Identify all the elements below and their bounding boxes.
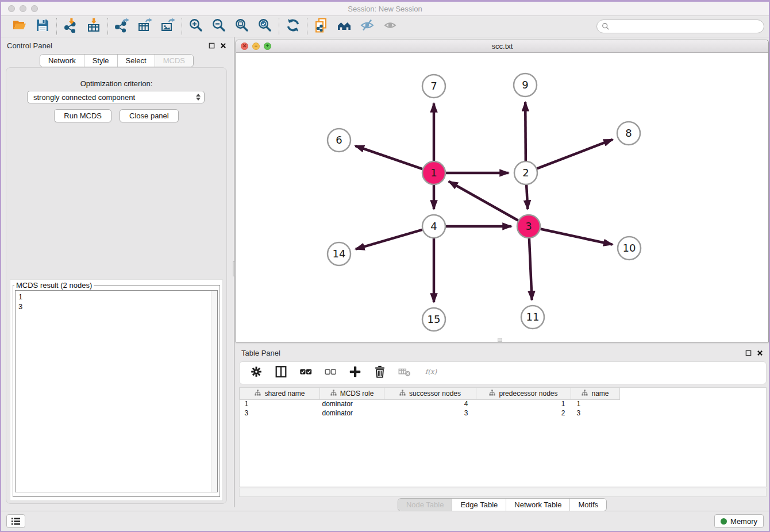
network-window-title: scc.txt bbox=[236, 42, 768, 51]
node-label-3: 3 bbox=[525, 220, 532, 232]
edge-2-9[interactable] bbox=[525, 102, 526, 161]
network-window-titlebar[interactable]: ✕ − + scc.txt bbox=[236, 40, 768, 53]
export-image-icon bbox=[160, 18, 175, 35]
tab-network[interactable]: Network bbox=[40, 55, 84, 67]
memory-label: Memory bbox=[730, 517, 757, 526]
select-all-button[interactable] bbox=[298, 365, 313, 380]
close-network-icon[interactable]: ✕ bbox=[241, 43, 248, 50]
zoom-in-icon bbox=[188, 18, 203, 35]
close-panel-button[interactable]: Close panel bbox=[120, 109, 179, 122]
close-panel-icon[interactable] bbox=[220, 43, 226, 49]
table-row[interactable]: 3dominator323 bbox=[240, 408, 620, 418]
search-input[interactable] bbox=[613, 22, 759, 31]
gear-button[interactable] bbox=[249, 365, 264, 380]
mcds-result-text[interactable]: 1 3 bbox=[15, 290, 218, 492]
splitter-grip[interactable] bbox=[233, 261, 235, 276]
tab-style[interactable]: Style bbox=[84, 55, 117, 67]
tab-edge-table[interactable]: Edge Table bbox=[452, 499, 506, 511]
vertical-splitter[interactable] bbox=[233, 37, 235, 507]
export-network-button[interactable] bbox=[113, 18, 130, 35]
network-canvas[interactable]: 7968124314101511 bbox=[236, 53, 768, 342]
edge-2-8[interactable] bbox=[537, 140, 613, 169]
first-neighbors-button[interactable] bbox=[336, 18, 353, 35]
tab-motifs[interactable]: Motifs bbox=[569, 499, 606, 511]
edge-4-14[interactable] bbox=[356, 230, 422, 249]
node-label-4: 4 bbox=[430, 220, 437, 232]
tab-mcds[interactable]: MCDS bbox=[155, 55, 193, 67]
result-scrollbar[interactable] bbox=[211, 291, 217, 492]
edge-3-10[interactable] bbox=[541, 229, 613, 244]
edge-3-1[interactable] bbox=[449, 182, 518, 221]
hide-selected-button[interactable] bbox=[359, 18, 376, 35]
refresh-button[interactable] bbox=[284, 18, 302, 35]
close-window-icon[interactable] bbox=[8, 5, 15, 12]
tab-network-table[interactable]: Network Table bbox=[506, 499, 569, 511]
table-panel-header: Table Panel bbox=[236, 345, 769, 361]
status-bar: Memory bbox=[1, 511, 769, 531]
node-label-14: 14 bbox=[333, 248, 346, 260]
column-header-MCDS-role[interactable]: MCDS role bbox=[320, 388, 384, 399]
close-table-panel-icon[interactable] bbox=[757, 350, 763, 356]
node-label-7: 7 bbox=[430, 80, 437, 92]
maximize-network-icon[interactable]: + bbox=[264, 43, 271, 50]
save-icon bbox=[35, 18, 50, 35]
memory-button[interactable]: Memory bbox=[714, 514, 764, 528]
zoom-out-button[interactable] bbox=[210, 18, 228, 35]
zoom-selected-icon bbox=[257, 18, 272, 35]
node-label-15: 15 bbox=[428, 313, 441, 325]
zoom-in-button[interactable] bbox=[187, 18, 205, 35]
save-button[interactable] bbox=[34, 18, 51, 35]
float-table-panel-icon[interactable] bbox=[745, 350, 752, 356]
column-header-successor-nodes[interactable]: successor nodes bbox=[384, 388, 476, 399]
clone-network-button[interactable] bbox=[313, 18, 330, 35]
table-hscrollbar[interactable] bbox=[239, 488, 767, 497]
node-table[interactable]: shared nameMCDS rolesuccessor nodesprede… bbox=[239, 387, 767, 487]
org-icon bbox=[399, 390, 406, 398]
node-label-8: 8 bbox=[625, 127, 632, 139]
show-all-button[interactable] bbox=[382, 18, 399, 35]
zoom-fit-icon bbox=[234, 18, 249, 35]
import-network-button[interactable] bbox=[62, 18, 79, 35]
node-label-9: 9 bbox=[522, 79, 528, 91]
select-all-icon bbox=[299, 365, 313, 381]
criterion-dropdown[interactable]: strongly connected component bbox=[27, 91, 205, 103]
main-toolbar bbox=[1, 16, 769, 37]
refresh-icon bbox=[286, 18, 301, 35]
criterion-value: strongly connected component bbox=[33, 93, 135, 102]
minimize-network-icon[interactable]: − bbox=[252, 43, 260, 50]
search-box[interactable] bbox=[596, 20, 764, 33]
column-header-name[interactable]: name bbox=[571, 388, 620, 399]
column-header-shared-name[interactable]: shared name bbox=[240, 388, 320, 399]
columns-button[interactable] bbox=[274, 365, 288, 380]
zoom-fit-button[interactable] bbox=[233, 18, 251, 35]
edge-2-3[interactable] bbox=[526, 185, 528, 209]
show-all-icon bbox=[383, 18, 398, 35]
column-header-predecessor-nodes[interactable]: predecessor nodes bbox=[476, 388, 571, 399]
toolbar-groups-container bbox=[6, 18, 404, 35]
add-button[interactable] bbox=[348, 365, 363, 380]
optimization-criterion-label: Optimization criterion: bbox=[6, 79, 226, 88]
run-mcds-button[interactable]: Run MCDS bbox=[54, 109, 111, 122]
export-table-button[interactable] bbox=[136, 18, 153, 35]
window-title: Session: New Session bbox=[1, 5, 769, 13]
edge-1-6[interactable] bbox=[355, 146, 422, 169]
open-folder-button[interactable] bbox=[11, 18, 28, 35]
minimize-window-icon[interactable] bbox=[20, 5, 26, 12]
zoom-window-icon[interactable] bbox=[31, 5, 38, 12]
function-icon: f(x) bbox=[425, 365, 438, 381]
table-row[interactable]: 1dominator411 bbox=[240, 399, 620, 408]
first-neighbors-icon bbox=[337, 18, 352, 35]
deselect-all-button[interactable] bbox=[323, 365, 338, 380]
float-panel-icon[interactable] bbox=[209, 43, 215, 49]
export-image-button[interactable] bbox=[159, 18, 176, 35]
trash-button[interactable] bbox=[372, 365, 387, 380]
canvas-grip[interactable] bbox=[498, 338, 502, 342]
tab-select[interactable]: Select bbox=[117, 55, 155, 67]
import-network-icon bbox=[63, 18, 78, 35]
import-table-button[interactable] bbox=[85, 18, 102, 35]
edge-3-11[interactable] bbox=[529, 238, 532, 300]
tab-node-table[interactable]: Node Table bbox=[398, 499, 452, 511]
task-history-button[interactable] bbox=[6, 514, 25, 528]
zoom-selected-button[interactable] bbox=[256, 18, 274, 35]
org-icon bbox=[255, 390, 261, 398]
